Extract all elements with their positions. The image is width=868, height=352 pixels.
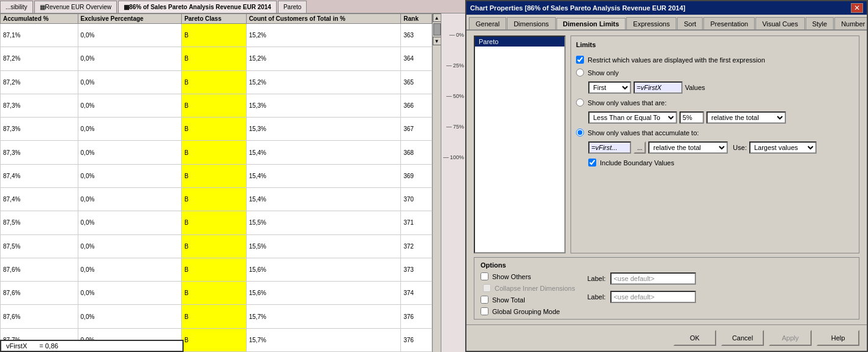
- chart-properties-dialog: Chart Properties [86% of Sales Pareto An…: [465, 0, 868, 352]
- others-field-label: Label:: [587, 275, 605, 282]
- col-count: Count of Customers of Total in %: [246, 14, 401, 24]
- restrict-checkbox[interactable]: [576, 56, 584, 64]
- accumulate-ellipsis-btn[interactable]: ...: [634, 141, 646, 154]
- first-expression-input[interactable]: [634, 81, 683, 94]
- options-right: Label: Label:: [587, 272, 696, 303]
- tab-pareto[interactable]: Pareto: [278, 1, 307, 13]
- cell-class: B: [182, 70, 247, 94]
- cell-pct: 15,6%: [246, 282, 401, 305]
- accumulate-expression-input[interactable]: [588, 141, 631, 154]
- tab-presentation[interactable]: Presentation: [703, 17, 755, 29]
- cell-class: B: [182, 328, 247, 351]
- cell-exclusive: 0,0%: [78, 282, 182, 305]
- tab-style[interactable]: Style: [806, 17, 834, 29]
- table-row: 87,5% 0,0% B 15,5% 371: [1, 211, 432, 234]
- cell-rank: 376: [401, 328, 432, 351]
- table-row: 87,5% 0,0% B 15,5% 372: [1, 234, 432, 258]
- dialog-footer: OK Cancel Apply Help: [466, 324, 867, 351]
- tab-number[interactable]: Number: [834, 17, 867, 29]
- cancel-button[interactable]: Cancel: [721, 330, 764, 346]
- total-label-input[interactable]: [610, 291, 696, 303]
- use-select[interactable]: Largest values Smallest values: [749, 141, 817, 154]
- relative-select-1[interactable]: relative the total absolute: [706, 111, 786, 124]
- cell-pct: 15,7%: [246, 328, 401, 351]
- col-rank: Rank: [401, 14, 432, 24]
- tab-general[interactable]: General: [469, 17, 506, 29]
- cell-class: B: [182, 118, 247, 141]
- show-total-checkbox[interactable]: [481, 296, 488, 304]
- cell-rank: 373: [401, 258, 432, 281]
- ok-button[interactable]: OK: [673, 330, 716, 346]
- cell-pct: 15,5%: [246, 211, 401, 234]
- accumulate-radio[interactable]: [576, 129, 584, 137]
- cell-class: B: [182, 282, 247, 305]
- cell-exclusive: 0,0%: [78, 164, 182, 187]
- marker-50: 50%: [441, 93, 464, 99]
- values-label: Values: [685, 84, 705, 91]
- scroll-down-btn[interactable]: ▼: [433, 37, 441, 45]
- show-values-radio[interactable]: [576, 99, 584, 107]
- table-row: 87,6% 0,0% B 15,7% 376: [1, 305, 432, 328]
- relative-select-2[interactable]: relative the total absolute: [648, 141, 728, 154]
- marker-0: 0%: [441, 32, 464, 38]
- collapse-inner-checkbox[interactable]: [483, 284, 491, 292]
- cell-accumulated: 87,4%: [1, 164, 78, 187]
- apply-button[interactable]: Apply: [769, 330, 812, 346]
- tab-revenue-overview[interactable]: ▦ Revenue EUR Overview: [34, 1, 117, 13]
- cell-accumulated: 87,3%: [1, 141, 78, 164]
- tab-visibility[interactable]: ...sibility: [0, 1, 33, 13]
- cell-rank: 374: [401, 282, 432, 305]
- condition-select[interactable]: Less Than or Equal To Less Than Greater …: [588, 111, 677, 124]
- table-row: 87,6% 0,0% B 15,6% 373: [1, 258, 432, 281]
- value-display: vFirstX = 0,86: [0, 340, 184, 352]
- cell-class: B: [182, 164, 247, 187]
- dimension-list: Pareto: [474, 36, 566, 253]
- first-select[interactable]: First: [588, 81, 631, 94]
- scroll-thumb[interactable]: [433, 23, 441, 36]
- dialog-close-btn[interactable]: ✕: [851, 3, 863, 13]
- marker-100: 100%: [441, 154, 464, 160]
- dim-item-pareto[interactable]: Pareto: [475, 37, 564, 47]
- table-row: 87,6% 0,0% B 15,6% 374: [1, 282, 432, 305]
- cell-accumulated: 87,5%: [1, 234, 78, 258]
- condition-value-input[interactable]: [679, 111, 704, 124]
- col-pareto-class: Pareto Class: [182, 14, 247, 24]
- show-others-checkbox[interactable]: [481, 272, 488, 280]
- global-grouping-label: Global Grouping Mode: [492, 308, 560, 315]
- vertical-scrollbar[interactable]: ▲ ▼: [432, 13, 441, 352]
- tab-sort[interactable]: Sort: [677, 17, 703, 29]
- show-only-radio[interactable]: [576, 69, 584, 77]
- tab-pareto-analysis[interactable]: ▦ 86% of Sales Pareto Analysis Revenue E…: [118, 1, 277, 13]
- others-label-input[interactable]: [610, 272, 696, 285]
- tab-dimension-limits[interactable]: Dimension Limits: [556, 18, 626, 30]
- include-boundary-row: Include Boundary Values: [576, 159, 854, 167]
- scroll-up-btn[interactable]: ▲: [433, 13, 441, 22]
- global-grouping-checkbox[interactable]: [481, 307, 488, 315]
- icon-table: ▦: [40, 4, 45, 10]
- cell-rank: 365: [401, 70, 432, 94]
- tab-expressions[interactable]: Expressions: [626, 17, 676, 29]
- cell-exclusive: 0,0%: [78, 118, 182, 141]
- show-total-label: Show Total: [492, 296, 525, 304]
- include-boundary-checkbox[interactable]: [588, 159, 596, 167]
- pareto-markers: 0% 25% 50% 75% 100%: [441, 32, 465, 160]
- cell-exclusive: 0,0%: [78, 234, 182, 258]
- tab-dimensions[interactable]: Dimensions: [507, 17, 555, 29]
- cell-exclusive: 0,0%: [78, 141, 182, 164]
- cell-class: B: [182, 211, 247, 234]
- first-input-row: First Values: [576, 81, 854, 94]
- marker-75: 75%: [441, 124, 464, 130]
- cell-pct: 15,6%: [246, 258, 401, 281]
- tab-visual-cues[interactable]: Visual Cues: [755, 17, 805, 29]
- cell-class: B: [182, 305, 247, 328]
- cell-exclusive: 0,0%: [78, 47, 182, 70]
- table-row: 87,4% 0,0% B 15,4% 369: [1, 164, 432, 187]
- cell-class: B: [182, 234, 247, 258]
- cell-rank: 367: [401, 118, 432, 141]
- table-row: 87,3% 0,0% B 15,3% 366: [1, 94, 432, 117]
- restrict-checkbox-row: Restrict which values are displayed with…: [576, 56, 854, 64]
- cell-accumulated: 87,5%: [1, 211, 78, 234]
- cell-pct: 15,2%: [246, 47, 401, 70]
- cell-class: B: [182, 141, 247, 164]
- help-button[interactable]: Help: [817, 330, 859, 346]
